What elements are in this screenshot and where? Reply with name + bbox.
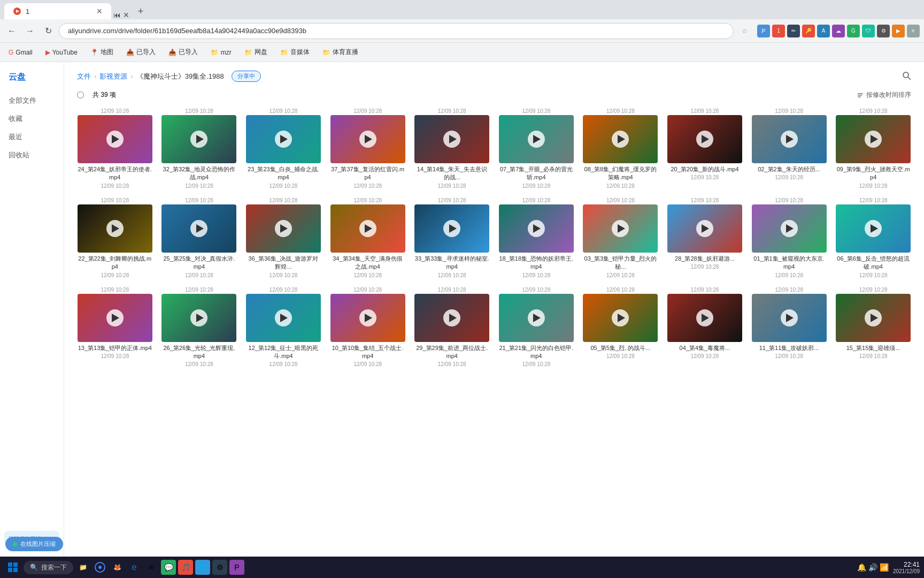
file-item[interactable]: 12/09 10:28 34_第34集_天空_满身伤痕之战.mp4 12/09 … bbox=[326, 193, 410, 283]
bookmark-import1[interactable]: 📥 已导入 bbox=[124, 47, 158, 58]
file-item[interactable]: 12/09 10:28 06_第6集_反击_愤怒的超流破.mp4 12/09 1… bbox=[831, 193, 915, 283]
play-triangle bbox=[196, 314, 204, 322]
tab-close-alt[interactable]: ✕ bbox=[123, 11, 129, 19]
file-item[interactable]: 12/09 10:28 04_第4集_毒魔将... 12/09 10:28 bbox=[663, 283, 747, 372]
share-badge[interactable]: 分享中 bbox=[232, 71, 261, 82]
sort-btn[interactable]: 按修改时间排序 bbox=[857, 90, 911, 100]
network-icon[interactable]: 📶 bbox=[880, 563, 889, 572]
file-date-bottom: 12/09 10:28 bbox=[270, 183, 298, 189]
bookmark-import2[interactable]: 📥 已导入 bbox=[166, 47, 200, 58]
taskbar-files[interactable]: 📁 bbox=[75, 560, 90, 575]
sidebar-item-recent[interactable]: 最近 bbox=[0, 128, 59, 146]
bookmark-cloud[interactable]: 📁 网盘 bbox=[242, 47, 270, 58]
taskbar-chrome[interactable] bbox=[93, 560, 107, 575]
file-item[interactable]: 12/09 10:28 13_第13集_铠甲的正体.mp4 12/09 10:2… bbox=[73, 283, 157, 372]
select-all-radio[interactable] bbox=[77, 92, 84, 98]
file-item[interactable]: 12/09 10:28 33_第33集_寻求迷样的秘室.mp4 12/09 10… bbox=[410, 193, 494, 283]
play-triangle bbox=[702, 314, 709, 322]
ext-icon-7[interactable]: G bbox=[847, 25, 860, 37]
file-item[interactable]: 12/09 10:28 29_第29集_前进_两位战士.mp4 12/09 10… bbox=[410, 283, 494, 372]
file-item[interactable]: 12/09 10:28 26_第26集_光轮_光辉重现.mp4 12/09 10… bbox=[157, 283, 242, 372]
file-item[interactable]: 12/09 10:28 20_第20集_新的战斗.mp4 12/09 10:28 bbox=[663, 104, 747, 193]
file-item[interactable]: 12/09 10:28 15_第15集_迎雄须... 12/09 10:28 bbox=[831, 283, 915, 372]
file-item[interactable]: 12/09 10:28 02_第2集_朱天的经历... 12/09 10:28 bbox=[747, 104, 831, 193]
sidebar-item-trash[interactable]: 回收站 bbox=[0, 146, 59, 164]
file-item[interactable]: 12/09 10:28 08_第8集_幻魔将_缓兑罗的策略.mp4 12/09 … bbox=[579, 104, 663, 193]
file-item[interactable]: 12/09 10:28 18_第18集_恐怖的妖邪帝王.mp4 12/09 10… bbox=[494, 193, 579, 283]
sidebar-item-all[interactable]: 全部文件 bbox=[0, 92, 59, 110]
bookmark-gmail[interactable]: G Gmail bbox=[6, 48, 35, 57]
breadcrumb-files[interactable]: 文件 bbox=[77, 72, 91, 81]
bookmark-mzr[interactable]: 📁 mzr bbox=[209, 48, 234, 57]
active-tab[interactable]: 1 ✕ bbox=[4, 3, 111, 19]
ext-icon-3[interactable]: ✏ bbox=[787, 25, 800, 37]
taskbar-edge[interactable]: e bbox=[127, 560, 142, 575]
ext-icon-2[interactable]: 1 bbox=[772, 25, 785, 37]
bookmark-star[interactable]: ☆ bbox=[737, 24, 752, 39]
chat-widget[interactable]: 在线图片压缩 bbox=[5, 537, 63, 551]
file-item[interactable]: 12/09 10:28 24_第24集_妖邪帝王的使者.mp4 12/09 10… bbox=[73, 104, 157, 193]
new-tab-btn[interactable]: + bbox=[133, 3, 149, 19]
file-item[interactable]: 12/09 10:28 09_第9集_烈火_拯救天空.mp4 12/09 10:… bbox=[831, 104, 915, 193]
file-date-top: 12/09 10:28 bbox=[775, 197, 803, 203]
search-btn[interactable] bbox=[902, 71, 911, 82]
ext-icon-4[interactable]: 🔑 bbox=[802, 25, 815, 37]
file-item[interactable]: 12/09 10:28 11_第11集_攻破妖邪... 12/09 10:28 bbox=[747, 283, 831, 372]
file-item[interactable]: 12/09 10:28 05_第5集_烈..的战斗... 12/09 10:28 bbox=[579, 283, 663, 372]
taskbar-app4[interactable]: ⚙ bbox=[212, 560, 227, 575]
taskbar-firefox[interactable]: 🦊 bbox=[110, 560, 125, 575]
play-triangle bbox=[196, 135, 204, 143]
file-thumbnail bbox=[330, 204, 405, 253]
taskbar-wechat[interactable]: 💬 bbox=[161, 560, 176, 575]
file-item[interactable]: 12/09 10:28 12_第12集_征士_暗黑的死斗.mp4 12/09 1… bbox=[241, 283, 326, 372]
ext-icon-8[interactable]: 🛡 bbox=[862, 25, 875, 37]
sidebar-item-fav[interactable]: 收藏 bbox=[0, 110, 59, 128]
file-item[interactable]: 12/09 10:28 03_第3集_铠甲力量_烈火的秘... 12/09 10… bbox=[579, 193, 663, 283]
ext-icon-9[interactable]: ⚙ bbox=[877, 25, 890, 37]
notification-icon[interactable]: 🔔 bbox=[857, 563, 866, 572]
ext-icon-5[interactable]: A bbox=[817, 25, 830, 37]
file-date-top: 12/09 10:28 bbox=[185, 108, 213, 114]
ext-icon-11[interactable]: ≡ bbox=[907, 25, 920, 37]
chat-label: 在线图片压缩 bbox=[20, 540, 56, 548]
taskbar-app2[interactable]: 🎵 bbox=[178, 560, 193, 575]
address-bar[interactable]: aliyundrive.com/drive/folder/61b169d5eea… bbox=[59, 23, 734, 39]
taskbar-mail[interactable]: ✉ bbox=[144, 560, 159, 575]
refresh-btn[interactable]: ↻ bbox=[41, 24, 56, 39]
start-btn[interactable] bbox=[4, 559, 21, 576]
breadcrumb-video[interactable]: 影视资源 bbox=[99, 72, 127, 81]
ext-icon-1[interactable]: P bbox=[757, 25, 770, 37]
file-item[interactable]: 12/09 10:28 22_第22集_剑舞卿的挑战.mp4 12/09 10:… bbox=[73, 193, 157, 283]
forward-btn[interactable]: → bbox=[22, 24, 37, 39]
media-btn[interactable]: ⏮ bbox=[113, 11, 121, 19]
file-item[interactable]: 12/09 10:28 23_第23集_白炎_捕命之战.mp4 12/09 10… bbox=[241, 104, 326, 193]
file-date-top: 12/09 10:28 bbox=[438, 197, 466, 203]
file-item[interactable]: 12/09 10:28 10_第10集_集结_五个战士.mp4 12/09 10… bbox=[326, 283, 410, 372]
ext-icon-6[interactable]: ☁ bbox=[832, 25, 845, 37]
file-date-bottom: 12/09 10:28 bbox=[775, 272, 803, 278]
bookmark-media[interactable]: 📁 音媒体 bbox=[278, 47, 312, 58]
tab-close-btn[interactable]: ✕ bbox=[96, 7, 103, 16]
file-item[interactable]: 12/09 10:28 28_第28集_妖邪避游... 12/09 10:28 bbox=[663, 193, 747, 283]
play-icon bbox=[696, 309, 713, 326]
taskbar-app5[interactable]: P bbox=[229, 560, 244, 575]
search-taskbar[interactable]: 🔍搜索一下 bbox=[24, 561, 73, 574]
volume-icon[interactable]: 🔊 bbox=[868, 563, 877, 572]
file-item[interactable]: 12/09 10:28 14_第14集_朱天_失去意识的战... 12/09 1… bbox=[410, 104, 494, 193]
file-item[interactable]: 12/09 10:28 07_第7集_开眼_必杀的雷光斩.mp4 12/09 1… bbox=[494, 104, 579, 193]
file-thumbnail bbox=[752, 204, 827, 253]
file-item[interactable]: 12/09 10:28 36_第36集_决战_遊游罗对辉煌... 12/09 1… bbox=[241, 193, 326, 283]
file-item[interactable]: 12/09 10:28 37_第37集_复活的红雷闪.mp4 12/09 10:… bbox=[326, 104, 410, 193]
ext-icon-10[interactable]: ▶ bbox=[892, 25, 905, 37]
file-item[interactable]: 12/09 10:28 25_第25集_对决_真假水浒.mp4 12/09 10… bbox=[157, 193, 242, 283]
bookmark-youtube[interactable]: ▶ YouTube bbox=[43, 48, 80, 57]
bookmark-maps[interactable]: 📍 地图 bbox=[88, 47, 116, 58]
file-item[interactable]: 12/09 10:28 01_第1集_被窥视的大东京.mp4 12/09 10:… bbox=[747, 193, 831, 283]
file-date-top: 12/09 10:28 bbox=[101, 287, 129, 293]
back-btn[interactable]: ← bbox=[4, 24, 19, 39]
file-item[interactable]: 12/09 10:28 32_第32集_地灵众恐怖的作战.mp4 12/09 1… bbox=[157, 104, 242, 193]
file-name: 18_第18集_恐怖的妖邪帝王.mp4 bbox=[499, 255, 574, 271]
taskbar-app3[interactable]: 🌐 bbox=[195, 560, 210, 575]
file-item[interactable]: 12/09 10:28 21_第21集_闪光的白色铠甲.mp4 12/09 10… bbox=[494, 283, 579, 372]
bookmark-sports[interactable]: 📁 体育直播 bbox=[320, 47, 360, 58]
